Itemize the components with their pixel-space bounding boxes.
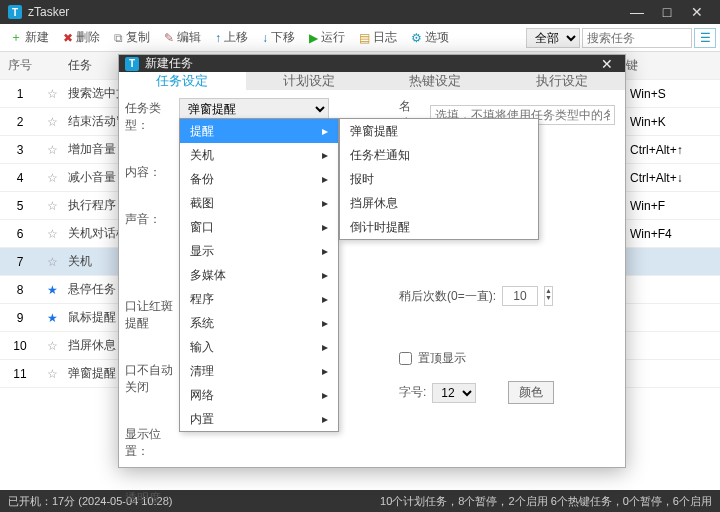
type-menu-item[interactable]: 截图▸ [180,191,338,215]
form-labels: 任务类型： 内容： 声音： 口让红斑提醒 口不自动关闭 显示位置： 透明度： [119,90,179,512]
misc-2[interactable]: 口不自动关闭 [125,362,173,396]
dialog-close-button[interactable]: ✕ [595,56,619,72]
row-hotkey: Win+F [610,199,720,213]
type-dropdown[interactable]: 提醒▸关机▸备份▸截图▸窗口▸显示▸多媒体▸程序▸系统▸输入▸清理▸网络▸内置▸ [179,118,339,432]
row-hotkey: 无 [610,281,720,298]
dialog-title: 新建任务 [145,55,193,72]
new-task-dialog: T 新建任务 ✕ 任务设定 计划设定 热键设定 执行设定 任务类型： 内容： 声… [118,54,626,468]
type-menu-item[interactable]: 显示▸ [180,239,338,263]
log-button[interactable]: ▤日志 [353,27,403,48]
delete-button[interactable]: ✖删除 [57,27,106,48]
copy-button[interactable]: ⧉复制 [108,27,156,48]
run-button[interactable]: ▶运行 [303,27,351,48]
minimize-button[interactable]: — [622,4,652,20]
row-num: 4 [0,171,40,185]
type-menu-item[interactable]: 关机▸ [180,143,338,167]
label-pos: 显示位置： [125,426,173,460]
star-icon[interactable]: ☆ [40,199,64,213]
row-hotkey: Win+S [610,87,720,101]
font-size-select[interactable]: 12 [432,383,476,403]
row-hotkey: 无 [610,365,720,382]
maximize-button[interactable]: □ [652,4,682,20]
row-hotkey: 无 [610,253,720,270]
delay-stepper[interactable]: ▲▼ [544,286,553,306]
row-num: 8 [0,283,40,297]
star-icon[interactable]: ★ [40,311,64,325]
dialog-titlebar: T 新建任务 ✕ [119,55,625,72]
star-icon[interactable]: ★ [40,283,64,297]
edit-button[interactable]: ✎编辑 [158,27,207,48]
label-sound: 声音： [125,211,173,228]
type-menu-item[interactable]: 程序▸ [180,287,338,311]
tab-schedule[interactable]: 计划设定 [246,72,373,90]
type-menu-item[interactable]: 备份▸ [180,167,338,191]
row-hotkey: 无 [610,337,720,354]
moveup-button[interactable]: ↑上移 [209,27,254,48]
type-menu-item[interactable]: 窗口▸ [180,215,338,239]
options-button[interactable]: ⚙选项 [405,27,455,48]
color-button[interactable]: 颜色 [508,381,554,404]
app-title: zTasker [28,5,69,19]
list-toggle-icon[interactable]: ☰ [694,28,716,48]
row-hotkey: Win+K [610,115,720,129]
submenu-item[interactable]: 挡屏休息 [340,191,538,215]
row-hotkey: Ctrl+Alt+↓ [610,171,720,185]
app-logo: T [8,5,22,19]
tab-hotkey[interactable]: 热键设定 [372,72,499,90]
row-num: 3 [0,143,40,157]
dialog-logo: T [125,57,139,71]
toolbar: ＋新建 ✖删除 ⧉复制 ✎编辑 ↑上移 ↓下移 ▶运行 ▤日志 ⚙选项 全部 ☰ [0,24,720,52]
row-num: 6 [0,227,40,241]
close-button[interactable]: ✕ [682,4,712,20]
label-font: 字号: [399,384,426,401]
col-num-header: 序号 [0,57,40,74]
type-submenu[interactable]: 弹窗提醒任务栏通知报时挡屏休息倒计时提醒 [339,118,539,240]
row-num: 7 [0,255,40,269]
type-menu-item[interactable]: 多媒体▸ [180,263,338,287]
row-hotkey: Win+F4 [610,227,720,241]
type-menu-item[interactable]: 网络▸ [180,383,338,407]
row-hotkey: Ctrl+Alt+↑ [610,143,720,157]
type-menu-item[interactable]: 内置▸ [180,407,338,431]
star-icon[interactable]: ☆ [40,227,64,241]
submenu-item[interactable]: 报时 [340,167,538,191]
tab-execute[interactable]: 执行设定 [499,72,626,90]
type-menu-item[interactable]: 清理▸ [180,359,338,383]
label-content: 内容： [125,164,173,181]
label-type: 任务类型： [125,100,173,134]
star-icon[interactable]: ☆ [40,367,64,381]
row-num: 2 [0,115,40,129]
tab-task[interactable]: 任务设定 [119,72,246,90]
star-icon[interactable]: ☆ [40,115,64,129]
row-num: 10 [0,339,40,353]
delay-value[interactable]: 10 [502,286,538,306]
ontop-label: 置顶显示 [418,350,466,367]
submenu-item[interactable]: 任务栏通知 [340,143,538,167]
type-menu-item[interactable]: 提醒▸ [180,119,338,143]
label-delay: 稍后次数(0=一直): [399,288,496,305]
type-menu-item[interactable]: 系统▸ [180,311,338,335]
titlebar: T zTasker — □ ✕ [0,0,720,24]
label-opacity: 透明度： [125,490,173,507]
search-input[interactable] [582,28,692,48]
col-hotkey-header: 热键 [610,57,720,74]
star-icon[interactable]: ☆ [40,255,64,269]
new-button[interactable]: ＋新建 [4,27,55,48]
star-icon[interactable]: ☆ [40,339,64,353]
star-icon[interactable]: ☆ [40,87,64,101]
row-num: 5 [0,199,40,213]
submenu-item[interactable]: 弹窗提醒 [340,119,538,143]
filter-select[interactable]: 全部 [526,28,580,48]
submenu-item[interactable]: 倒计时提醒 [340,215,538,239]
star-icon[interactable]: ☆ [40,171,64,185]
row-num: 9 [0,311,40,325]
row-num: 1 [0,87,40,101]
ontop-checkbox[interactable] [399,352,412,365]
row-hotkey: 无 [610,309,720,326]
type-menu-item[interactable]: 输入▸ [180,335,338,359]
dialog-tabs: 任务设定 计划设定 热键设定 执行设定 [119,72,625,90]
task-type-select[interactable]: 弹窗提醒 [179,98,329,120]
misc-1[interactable]: 口让红斑提醒 [125,298,173,332]
movedown-button[interactable]: ↓下移 [256,27,301,48]
star-icon[interactable]: ☆ [40,143,64,157]
